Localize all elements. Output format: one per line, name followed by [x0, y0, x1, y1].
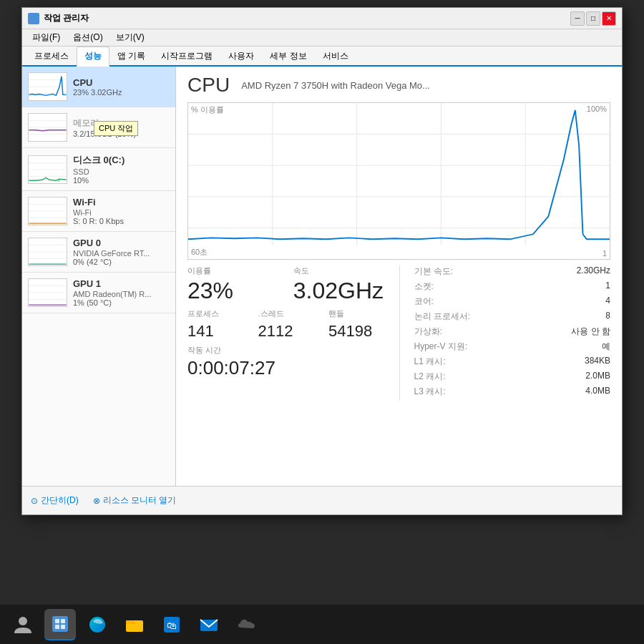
- mail-icon: [198, 614, 220, 635]
- maximize-button[interactable]: □: [586, 11, 600, 26]
- hyperv-val: 예: [602, 341, 610, 353]
- sidebar-item-memory[interactable]: 메모리 3.2/15.8GB (20%): [22, 107, 175, 148]
- svg-rect-36: [55, 619, 59, 623]
- simplify-link[interactable]: ⊙ 간단히(D): [31, 494, 79, 507]
- cpu-chart: % 이용률 100% 6: [187, 102, 610, 260]
- disk-type: SSD: [73, 167, 170, 176]
- tab-users[interactable]: 사용자: [220, 47, 262, 65]
- logical-val: 8: [605, 311, 610, 323]
- base-speed-val: 2.30GHz: [577, 265, 610, 278]
- monitor-link[interactable]: ⊗ 리소스 모니터 열기: [93, 494, 177, 507]
- socket-val: 1: [605, 280, 610, 293]
- app-icon: [28, 13, 39, 24]
- cpu-mini-graph: [28, 72, 67, 101]
- base-speed-key: 기본 속도:: [414, 265, 454, 278]
- svg-point-34: [19, 617, 27, 625]
- usage-label: 이용률: [187, 265, 279, 276]
- usage-stat: 이용률 23%: [187, 265, 279, 304]
- cpu-sidebar-info: CPU 23% 3.02GHz: [73, 77, 170, 97]
- disk-label: 디스크 0(C:): [73, 154, 170, 167]
- tab-details[interactable]: 세부 정보: [262, 47, 314, 65]
- info-hyperv: Hyper-V 지원: 예: [414, 341, 611, 353]
- cpu-label: CPU: [73, 77, 170, 88]
- taskbar-task-manager[interactable]: [44, 609, 76, 640]
- info-virtualization: 가상화: 사용 안 함: [414, 326, 611, 338]
- memory-label: 메모리: [73, 117, 170, 130]
- process-value-group: 141: [187, 322, 244, 341]
- info-l3: L3 캐시: 4.0MB: [414, 386, 611, 398]
- window-title: 작업 관리자: [44, 12, 89, 24]
- speed-stat: 속도 3.02GHz: [293, 265, 385, 304]
- gpu0-type: NVIDIA GeForce RT...: [73, 249, 170, 258]
- sidebar-item-disk[interactable]: 디스크 0(C:) SSD 10%: [22, 148, 175, 191]
- taskbar-store[interactable]: 🛍: [156, 609, 187, 640]
- svg-rect-43: [126, 620, 133, 624]
- taskbar-mail[interactable]: [193, 609, 225, 640]
- gpu1-type: AMD Radeon(TM) R...: [73, 290, 170, 298]
- sidebar-item-gpu1[interactable]: GPU 1 AMD Radeon(TM) R... 1% (50 °C): [22, 273, 175, 313]
- taskbar-edge[interactable]: [82, 609, 113, 640]
- close-button[interactable]: ✕: [602, 11, 616, 26]
- virt-key: 가상화:: [414, 326, 442, 338]
- memory-mini-graph: [28, 113, 67, 142]
- task-manager-icon: [49, 613, 71, 635]
- hyperv-key: Hyper-V 지원:: [414, 341, 468, 353]
- menu-bar: 파일(F) 옵션(O) 보기(V): [22, 29, 622, 47]
- svg-rect-37: [61, 619, 65, 623]
- l2-key: L2 캐시:: [414, 371, 446, 383]
- l2-val: 2.0MB: [585, 371, 610, 383]
- socket-key: 소켓:: [414, 280, 434, 293]
- wifi-label: Wi-Fi: [73, 197, 170, 208]
- thread-value: 2112: [258, 322, 315, 341]
- sidebar: CPU 23% 3.02GHz CPU 작업: [22, 67, 176, 486]
- tab-startup[interactable]: 시작프로그램: [153, 47, 220, 65]
- info-base-speed: 기본 속도: 2.30GHz: [414, 265, 611, 278]
- minimize-button[interactable]: ─: [570, 11, 585, 26]
- gpu1-label: GPU 1: [73, 278, 170, 289]
- menu-file[interactable]: 파일(F): [26, 30, 66, 45]
- sidebar-item-wifi[interactable]: Wi-Fi Wi-Fi S: 0 R: 0 Kbps: [22, 191, 175, 232]
- menu-options[interactable]: 옵션(O): [67, 30, 108, 45]
- taskbar-person[interactable]: [7, 609, 39, 640]
- chart-x-label: 60초: [191, 247, 208, 258]
- up-icon: ⊙: [31, 496, 38, 506]
- person-icon: [12, 614, 34, 635]
- svg-text:🛍: 🛍: [167, 620, 177, 631]
- tab-performance[interactable]: 성능: [77, 47, 109, 67]
- menu-view[interactable]: 보기(V): [110, 30, 150, 45]
- usage-value: 23%: [187, 278, 279, 304]
- gpu1-value: 1% (50 °C): [73, 298, 170, 307]
- gpu0-label: GPU 0: [73, 238, 170, 248]
- cpu-value: 23% 3.02GHz: [73, 88, 170, 97]
- taskbar-onedrive[interactable]: [230, 609, 262, 640]
- sidebar-item-cpu[interactable]: CPU 23% 3.02GHz: [22, 67, 175, 107]
- svg-rect-39: [61, 625, 65, 629]
- disk-mini-graph: [28, 155, 67, 184]
- wifi-type: Wi-Fi: [73, 208, 170, 217]
- main-content: CPU 23% 3.02GHz CPU 작업: [22, 67, 622, 486]
- tab-services[interactable]: 서비스: [315, 47, 356, 65]
- l3-key: L3 캐시:: [414, 386, 446, 398]
- gpu0-value: 0% (42 °C): [73, 258, 170, 266]
- thread-value-group: 2112: [258, 322, 315, 341]
- handle-value: 54198: [328, 322, 385, 341]
- store-icon: 🛍: [161, 614, 182, 635]
- wifi-mini-graph: [28, 197, 67, 225]
- taskbar-explorer[interactable]: [119, 609, 150, 640]
- sidebar-item-gpu0[interactable]: GPU 0 NVIDIA GeForce RT... 0% (42 °C): [22, 232, 175, 273]
- memory-sidebar-info: 메모리 3.2/15.8GB (20%): [73, 117, 170, 138]
- simplify-label: 간단히(D): [41, 494, 79, 507]
- tab-processes[interactable]: 프로세스: [26, 47, 77, 65]
- tab-app-history[interactable]: 앱 기록: [109, 47, 153, 65]
- stats-left: 이용률 23% 속도 3.02GHz 프로세스: [187, 265, 399, 401]
- info-l2: L2 캐시: 2.0MB: [414, 371, 611, 383]
- process-label: 프로세스: [187, 308, 244, 319]
- gpu0-mini-graph: [28, 238, 67, 266]
- handle-label-group: 핸들: [328, 308, 385, 321]
- core-key: 코어:: [414, 296, 434, 308]
- window-controls: ─ □ ✕: [570, 11, 616, 26]
- detail-area: CPU AMD Ryzen 7 3750H with Radeon Vega M…: [176, 67, 622, 486]
- speed-label: 속도: [293, 265, 385, 276]
- process-label-group: 프로세스: [187, 308, 244, 321]
- detail-subtitle: AMD Ryzen 7 3750H with Radeon Vega Mo...: [241, 80, 430, 91]
